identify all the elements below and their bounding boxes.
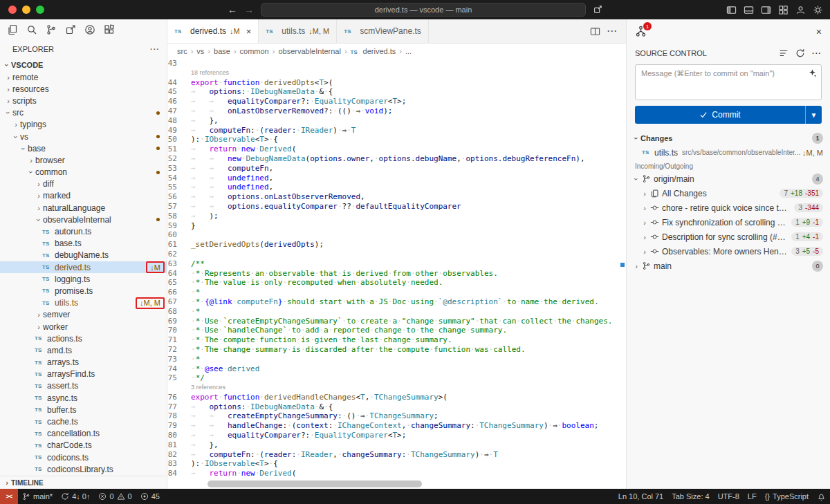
code-line[interactable]: 51→return·new·Derived( — [167, 144, 626, 154]
tab-derived.ts[interactable]: TSderived.ts↓M× — [167, 19, 259, 43]
run-debug-icon[interactable] — [65, 24, 76, 35]
code-line[interactable]: 82→computeFn:·(reader:·IReader,·changeSu… — [167, 450, 626, 460]
scm-more-actions-icon[interactable]: ··· — [812, 49, 822, 57]
tree-file-cancellation.ts[interactable]: TScancellation.ts — [0, 428, 167, 440]
tree-file-arrays.ts[interactable]: TSarrays.ts — [0, 357, 167, 368]
sync-status-item[interactable]: 4↓ 0↑ — [57, 489, 94, 504]
code-line[interactable]: 84→return·new·Derived( — [167, 469, 626, 478]
explorer-more-actions-icon[interactable]: ··· — [150, 45, 160, 53]
scm-history-item[interactable]: ›Fix synchronization of scrolling event … — [627, 215, 830, 230]
tree-folder-semver[interactable]: ›semver — [0, 309, 167, 321]
command-center[interactable]: derived.ts — vscode — main — [261, 3, 586, 17]
code-line[interactable]: 75·*/ — [167, 373, 626, 383]
layout-panel-icon[interactable] — [744, 5, 754, 15]
code-editor[interactable]: 4318 references44export·function·derived… — [167, 59, 626, 489]
tree-file-debugName.ts[interactable]: TSdebugName.ts — [0, 250, 167, 261]
code-line[interactable]: 48→}, — [167, 116, 626, 126]
code-line[interactable]: 64·*·Represents·an·observable·that·is·de… — [167, 269, 626, 279]
breadcrumb-item-...[interactable]: ... — [405, 47, 412, 55]
tree-file-codiconsLibrary.ts[interactable]: TScodiconsLibrary.ts — [0, 463, 167, 475]
tree-folder-diff[interactable]: ›diff — [0, 178, 167, 190]
tree-file-cache.ts[interactable]: TScache.ts — [0, 416, 167, 427]
tree-folder-common[interactable]: ›common — [0, 167, 167, 178]
close-window-button[interactable] — [8, 6, 17, 14]
code-line[interactable]: 66·* — [167, 288, 626, 297]
tree-folder-resources[interactable]: ›resources — [0, 83, 167, 95]
scm-branch-origin/main[interactable]: ›origin/main4 — [627, 171, 830, 186]
extensions-icon[interactable] — [104, 24, 115, 35]
code-line[interactable]: 73·* — [167, 355, 626, 364]
code-line[interactable]: 67·*·{@link·computeFn}·should·start·with… — [167, 297, 626, 307]
changed-file-row[interactable]: TS utils.ts src/vs/base/common/observabl… — [627, 145, 830, 160]
code-line[interactable]: 76export·function·derivedHandleChanges<T… — [167, 393, 626, 402]
commit-dropdown-chevron-icon[interactable]: ▼ — [805, 106, 822, 124]
code-line[interactable]: 77→options:·IDebugNameData·&·{ — [167, 402, 626, 412]
source-control-graph-icon[interactable]: 1 — [635, 26, 647, 37]
scm-history-item[interactable]: ›chore - retire quick voice since there … — [627, 200, 830, 215]
tree-folder-marked[interactable]: ›marked — [0, 190, 167, 202]
tree-file-amd.ts[interactable]: TSamd.ts — [0, 344, 167, 356]
breadcrumb-item-src[interactable]: src — [177, 47, 187, 55]
breadcrumb-item-vs[interactable]: vs — [196, 47, 204, 55]
timeline-section-header[interactable]: › TIMELINE — [0, 476, 167, 489]
remote-indicator[interactable]: >< — [0, 489, 18, 504]
back-icon[interactable]: ← — [228, 4, 237, 15]
tree-folder-observableInternal[interactable]: ›observableInternal — [0, 214, 167, 225]
code-line[interactable]: 63/** — [167, 259, 626, 269]
commit-message-input[interactable] — [636, 65, 800, 82]
layout-sidebar-right-icon[interactable] — [761, 5, 771, 15]
close-tab-icon[interactable]: × — [246, 26, 252, 37]
commit-button[interactable]: Commit ▼ — [635, 106, 822, 124]
code-line[interactable]: 59} — [167, 221, 626, 231]
accounts-icon[interactable] — [84, 24, 95, 35]
code-line[interactable]: 72·*·The·change·summary·is·discarded·aft… — [167, 345, 626, 355]
tab-scmViewPane.ts[interactable]: TSscmViewPane.ts — [337, 19, 428, 43]
scm-branch-main[interactable]: ›main0 — [627, 259, 830, 273]
code-line[interactable]: 46→→equalityComparer?:·EqualityComparer<… — [167, 97, 626, 106]
generate-commit-message-sparkle-icon[interactable] — [808, 68, 817, 77]
code-line[interactable]: 83):·IObservable<T>·{ — [167, 459, 626, 469]
code-line[interactable]: 71·*·The·compute·function·is·given·the·l… — [167, 335, 626, 345]
code-line[interactable]: 55→→undefined, — [167, 183, 626, 192]
breadcrumb-item-derived.ts[interactable]: TSderived.ts — [351, 47, 396, 55]
tree-file-arraysFind.ts[interactable]: TSarraysFind.ts — [0, 368, 167, 380]
code-line[interactable]: 45→options:·IDebugNameData·&·{ — [167, 87, 626, 97]
notifications-bell-icon[interactable] — [813, 489, 830, 504]
indentation-item[interactable]: Tab Size: 4 — [667, 489, 713, 504]
code-line[interactable]: 43 — [167, 59, 626, 68]
language-mode-item[interactable]: {} TypeScript — [761, 489, 813, 504]
zoom-window-button[interactable] — [36, 6, 44, 14]
code-line[interactable]: 49→computeFn:·(reader:·IReader)·⇒·T — [167, 126, 626, 136]
tree-folder-src[interactable]: ›src — [0, 107, 167, 119]
tree-file-actions.ts[interactable]: TSactions.ts — [0, 333, 167, 344]
tree-folder-base[interactable]: ›base — [0, 142, 167, 154]
account-icon[interactable] — [795, 5, 806, 15]
view-as-list-icon[interactable] — [779, 48, 788, 58]
tree-file-buffer.ts[interactable]: TSbuffer.ts — [0, 404, 167, 416]
tree-file-charCode.ts[interactable]: TScharCode.ts — [0, 440, 167, 451]
code-line[interactable]: 70·*·Use·`handleChange`·to·add·a·reporte… — [167, 326, 626, 335]
minimize-window-button[interactable] — [22, 6, 30, 14]
tree-file-derived.ts[interactable]: TSderived.ts↓M — [0, 261, 167, 273]
code-line[interactable]: 47→→onLastObserverRemoved?:·(()·⇒·void); — [167, 106, 626, 116]
layout-sidebar-left-icon[interactable] — [726, 5, 737, 15]
tree-file-codicons.ts[interactable]: TScodicons.ts — [0, 451, 167, 463]
settings-gear-icon[interactable] — [813, 5, 823, 15]
code-line[interactable]: 65·*·The·value·is·only·recomputed·when·a… — [167, 278, 626, 288]
breadcrumb-item-observableInternal[interactable]: observableInternal — [278, 47, 341, 55]
search-icon[interactable] — [26, 24, 37, 35]
tab-utils.ts[interactable]: TSutils.ts↓M, M — [259, 19, 337, 43]
code-line[interactable]: 56→→options.onLastObserverRemoved, — [167, 192, 626, 202]
code-line[interactable]: 54→→undefined, — [167, 174, 626, 183]
source-control-icon[interactable] — [46, 24, 57, 35]
code-line[interactable]: 74·*·@see·derived — [167, 364, 626, 374]
close-panel-icon[interactable]: × — [816, 26, 822, 37]
tree-file-utils.ts[interactable]: TSutils.ts↓M, M — [0, 297, 167, 309]
code-line[interactable]: 79→→handleChange:·(context:·IChangeConte… — [167, 421, 626, 431]
cursor-position-item[interactable]: Ln 10, Col 71 — [614, 489, 667, 504]
tree-file-assert.ts[interactable]: TSassert.ts — [0, 380, 167, 392]
code-line[interactable]: 58→); — [167, 212, 626, 221]
code-line[interactable]: 61_setDerivedOpts(derivedOpts); — [167, 240, 626, 250]
tree-folder-remote[interactable]: ›remote — [0, 71, 167, 83]
code-line[interactable]: 78→→createEmptyChangeSummary:·()·⇒·TChan… — [167, 411, 626, 421]
